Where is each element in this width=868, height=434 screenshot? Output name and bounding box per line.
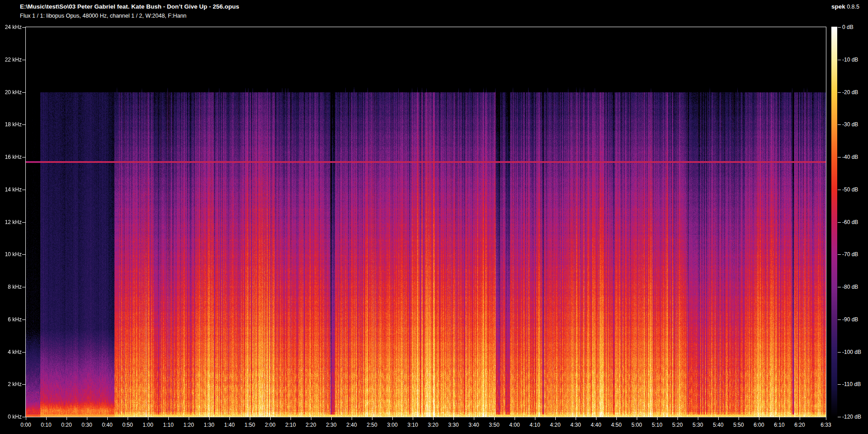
app-version: 0.8.5: [847, 4, 859, 10]
time-tick: [291, 417, 291, 420]
freq-tick: [22, 157, 26, 157]
freq-tick-label: 22 kHz: [0, 56, 22, 63]
time-tick: [189, 417, 189, 420]
app-name: spek: [831, 3, 845, 10]
time-tick: [331, 417, 332, 420]
time-tick: [128, 417, 128, 420]
file-path-title: E:\Music\test\So\03 Peter Gabriel feat. …: [20, 3, 239, 10]
freq-tick: [22, 384, 26, 385]
time-tick: [616, 417, 617, 420]
freq-tick: [22, 124, 26, 125]
db-tick: [838, 384, 841, 385]
time-tick-label: 6:00: [749, 421, 769, 429]
time-tick-label: 1:30: [199, 421, 219, 429]
time-tick-label: 6:10: [769, 421, 789, 429]
time-tick-label: 1:40: [219, 421, 239, 429]
time-tick: [800, 417, 800, 420]
time-tick: [352, 417, 352, 420]
freq-tick-label: 14 kHz: [0, 186, 22, 193]
time-tick-label: 4:00: [505, 421, 525, 429]
time-tick-label: 3:50: [484, 421, 504, 429]
time-tick: [413, 417, 413, 420]
time-tick: [229, 417, 230, 420]
time-tick: [637, 417, 637, 420]
time-tick: [372, 417, 372, 420]
time-tick: [657, 417, 658, 420]
freq-tick: [22, 92, 26, 93]
freq-tick: [22, 27, 26, 28]
time-tick: [555, 417, 556, 420]
db-tick-label: -50 dB: [842, 186, 858, 193]
time-tick-label: 5:20: [668, 421, 687, 429]
time-tick-label: 5:00: [627, 421, 647, 429]
time-tick: [515, 417, 515, 420]
freq-tick-label: 10 kHz: [0, 251, 22, 258]
db-tick-label: -70 dB: [842, 251, 858, 258]
time-tick: [87, 417, 87, 420]
db-tick: [838, 124, 841, 125]
time-tick: [453, 417, 454, 420]
db-tick-label: 0 dB: [842, 24, 854, 31]
time-tick-label: 0:10: [36, 421, 56, 429]
db-tick-label: -60 dB: [842, 219, 858, 226]
freq-tick-label: 24 kHz: [0, 24, 22, 31]
time-tick-label: 4:40: [586, 421, 606, 429]
time-tick: [250, 417, 250, 420]
time-tick: [718, 417, 719, 420]
spek-window: E:\Music\test\So\03 Peter Gabriel feat. …: [0, 0, 868, 434]
time-tick-label: 1:50: [240, 421, 260, 429]
db-tick: [838, 287, 841, 287]
time-tick: [209, 417, 210, 420]
time-tick-label: 3:00: [382, 421, 402, 429]
time-tick-label: 1:10: [158, 421, 178, 429]
freq-tick-label: 0 kHz: [0, 413, 22, 420]
freq-tick-label: 2 kHz: [0, 381, 22, 388]
freq-tick-label: 4 kHz: [0, 348, 22, 356]
time-tick-label: 0:50: [118, 421, 138, 429]
freq-tick: [22, 320, 26, 320]
db-tick: [838, 417, 841, 417]
spectrogram-canvas: [26, 27, 826, 417]
time-tick-label: 0:20: [57, 421, 76, 429]
time-tick-label: 0:40: [97, 421, 117, 429]
db-tick-label: -90 dB: [842, 316, 858, 323]
db-tick-label: -120 dB: [842, 413, 861, 420]
time-tick-label: 1:00: [138, 421, 158, 429]
time-tick: [826, 417, 826, 420]
time-tick-label: 2:00: [260, 421, 280, 429]
time-tick-label: 4:10: [525, 421, 545, 429]
time-tick: [433, 417, 434, 420]
db-tick-label: -20 dB: [842, 89, 858, 96]
db-tick-label: -30 dB: [842, 121, 858, 128]
freq-tick: [22, 190, 26, 190]
freq-tick-label: 18 kHz: [0, 121, 22, 128]
freq-tick-label: 6 kHz: [0, 316, 22, 323]
time-tick: [677, 417, 678, 420]
time-tick-label: 3:30: [444, 421, 463, 429]
freq-tick: [22, 60, 26, 60]
colorbar-gradient: [831, 27, 837, 417]
time-tick-label: 3:20: [423, 421, 443, 429]
time-tick: [779, 417, 780, 420]
db-tick: [838, 190, 841, 190]
time-tick: [535, 417, 535, 420]
db-tick-label: -10 dB: [842, 56, 858, 63]
time-tick: [392, 417, 393, 420]
time-tick: [26, 417, 26, 420]
time-tick: [148, 417, 148, 420]
time-tick: [494, 417, 495, 420]
freq-tick: [22, 254, 26, 255]
db-tick-label: -40 dB: [842, 153, 858, 161]
freq-tick: [22, 417, 26, 417]
freq-tick: [22, 222, 26, 223]
db-tick: [838, 254, 841, 255]
time-tick-label: 2:30: [321, 421, 341, 429]
time-tick: [596, 417, 596, 420]
time-tick: [759, 417, 759, 420]
time-tick-label: 1:20: [179, 421, 199, 429]
db-tick: [838, 352, 841, 353]
db-tick-label: -80 dB: [842, 283, 858, 291]
time-tick-label: 5:10: [647, 421, 667, 429]
time-tick: [270, 417, 271, 420]
time-tick: [67, 417, 67, 420]
